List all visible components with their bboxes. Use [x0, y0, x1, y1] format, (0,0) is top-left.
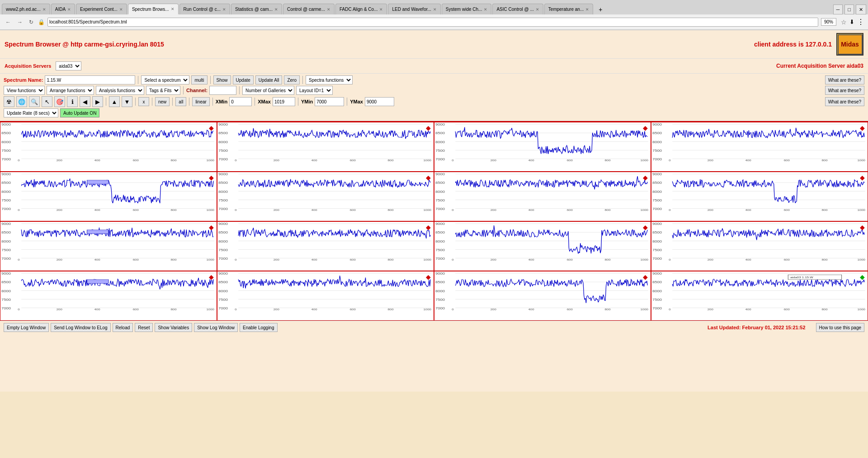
ymin-input[interactable] [315, 97, 344, 106]
what-are-these-1-button[interactable]: What are these? [825, 75, 864, 84]
view-functions-dropdown[interactable]: View functions [4, 86, 45, 95]
close-icon[interactable]: ✕ [327, 7, 330, 12]
star-icon[interactable]: ☆ [841, 19, 847, 26]
chart-cell-14[interactable]: ◆9000850080007500700002004006008001000 [434, 271, 651, 321]
close-icon[interactable]: ✕ [42, 7, 46, 12]
chart-cell-6[interactable]: ◆9000850080007500700002004006008001000 [434, 172, 651, 221]
x-button[interactable]: x [138, 97, 149, 106]
close-icon[interactable]: ✕ [222, 7, 226, 12]
tab-experiment[interactable]: Experiment Cont...✕ [76, 4, 127, 14]
chart-cell-2[interactable]: ◆9000850080007500700002004006008001000 [434, 122, 651, 172]
arrow-right-button[interactable]: ▶ [92, 96, 103, 107]
chart-cell-3[interactable]: ◆9000850080007500700002004006008001000 [651, 122, 868, 172]
reset-button[interactable]: Reset [135, 323, 153, 332]
tab-syswide[interactable]: System wide Ch...✕ [442, 4, 492, 14]
enable-logging-button[interactable]: Enable Logging [240, 323, 278, 332]
forward-button[interactable]: → [15, 18, 24, 27]
close-icon[interactable]: ✕ [379, 7, 383, 12]
analysis-functions-dropdown[interactable]: Analysis functions [96, 86, 144, 95]
number-of-galleries-dropdown[interactable]: Number of Galleries [242, 86, 294, 95]
close-icon[interactable]: ✕ [484, 7, 487, 12]
send-log-button[interactable]: Send Log Window to ELog [51, 323, 110, 332]
svg-text:800: 800 [170, 159, 176, 162]
close-icon[interactable]: ✕ [585, 7, 589, 12]
close-icon[interactable]: ✕ [433, 7, 437, 12]
chart-cell-15[interactable]: ◆9000850080007500700002004006008001000ai… [651, 271, 868, 321]
select-spectrum-dropdown[interactable]: Select a spectrum [141, 75, 189, 84]
arrow-down-button[interactable]: ▼ [122, 96, 132, 107]
chart-cell-4[interactable]: ◆9000850080007500700002004006008001000 [0, 172, 217, 221]
update-all-button[interactable]: Update All [255, 75, 283, 84]
cursor-icon-button[interactable]: ↖ [42, 96, 52, 107]
update-rate-dropdown[interactable]: Update Rate (8 secs) [4, 108, 58, 117]
show-log-button[interactable]: Show Log Window [194, 323, 238, 332]
close-icon[interactable]: ✕ [536, 7, 539, 12]
update-button[interactable]: Update [233, 75, 254, 84]
chart-cell-8[interactable]: ◆9000850080007500700002004006008001000 [0, 221, 217, 271]
new-button[interactable]: new [155, 97, 170, 106]
reload-button[interactable]: ↻ [27, 18, 35, 27]
layout-id-dropdown[interactable]: Layout ID=1 [296, 86, 333, 95]
tab-statistics[interactable]: Statistics @ cam...✕ [231, 4, 282, 14]
close-icon[interactable]: ✕ [119, 7, 123, 12]
chart-cell-10[interactable]: ◆9000850080007500700002004006008001000 [434, 221, 651, 271]
radiation-icon-button[interactable]: ☢ [4, 96, 14, 107]
spectrum-name-input[interactable] [45, 75, 135, 84]
channel-input[interactable] [209, 86, 236, 95]
tab-temperature[interactable]: Temperature an...✕ [544, 4, 593, 14]
url-input[interactable] [47, 18, 818, 27]
menu-icon[interactable]: ⋮ [857, 18, 864, 26]
xmax-input[interactable] [273, 97, 295, 106]
globe-icon-button[interactable]: 🌐 [16, 96, 27, 107]
xmin-input[interactable] [229, 97, 252, 106]
chart-cell-1[interactable]: ◆9000850080007500700002004006008001000 [217, 122, 434, 172]
show-button[interactable]: Show [213, 75, 231, 84]
zoom-icon-button[interactable]: 🔍 [29, 96, 40, 107]
tab-runcontrol[interactable]: Run Control @ c...✕ [179, 4, 230, 14]
show-variables-button[interactable]: Show Variables [155, 323, 192, 332]
tab-led[interactable]: LED and Wavefor...✕ [388, 4, 440, 14]
close-icon[interactable]: ✕ [274, 7, 278, 12]
back-button[interactable]: ← [4, 18, 13, 27]
tab-fadc[interactable]: FADC Align & Co...✕ [335, 4, 387, 14]
tab-www2[interactable]: www2.ph.ed.ac...✕ [2, 4, 50, 14]
auto-update-button[interactable]: Auto Update ON [60, 108, 99, 117]
zero-button[interactable]: Zero [284, 75, 300, 84]
what-are-these-2-button[interactable]: What are these? [825, 86, 864, 95]
what-are-these-3-button[interactable]: What are these? [825, 97, 864, 106]
target-icon-button[interactable]: 🎯 [54, 96, 65, 107]
chart-cell-0[interactable]: ◆9000850080007500700002004006008001000 [0, 122, 217, 172]
chart-cell-9[interactable]: ◆9000850080007500700002004006008001000 [217, 221, 434, 271]
chart-cell-13[interactable]: ◆9000850080007500700002004006008001000 [217, 271, 434, 321]
ymin-label: YMin [301, 99, 313, 104]
close-icon[interactable]: ✕ [171, 7, 175, 11]
new-tab-button[interactable]: + [596, 5, 605, 14]
close-icon[interactable]: ✕ [67, 7, 71, 12]
multi-button[interactable]: multi [191, 75, 207, 84]
chart-cell-11[interactable]: ◆9000850080007500700002004006008001000 [651, 221, 868, 271]
linear-button[interactable]: linear [192, 97, 209, 106]
minimize-button[interactable]: ─ [833, 5, 843, 14]
tab-aida[interactable]: AIDA✕ [51, 4, 75, 14]
tab-spectrum[interactable]: Spectrum Brows...✕ [128, 4, 179, 14]
reload-page-button[interactable]: Reload [113, 323, 133, 332]
close-window-button[interactable]: ✕ [856, 5, 866, 14]
tab-control[interactable]: Control @ carme...✕ [283, 4, 335, 14]
all-button[interactable]: all [175, 97, 186, 106]
ymax-input[interactable] [365, 97, 394, 106]
arrow-left-button[interactable]: ◀ [80, 96, 90, 107]
arrange-functions-dropdown[interactable]: Arrange functions [47, 86, 94, 95]
empty-log-button[interactable]: Empty Log Window [4, 323, 49, 332]
how-to-use-button[interactable]: How to use this page [816, 323, 864, 332]
spectra-functions-dropdown[interactable]: Spectra functions [306, 75, 353, 84]
chart-cell-12[interactable]: ◆9000850080007500700002004006008001000 [0, 271, 217, 321]
chart-cell-5[interactable]: ◆9000850080007500700002004006008001000 [217, 172, 434, 221]
info-icon-button[interactable]: ℹ [67, 96, 78, 107]
arrow-up-button[interactable]: ▲ [109, 96, 120, 107]
tags-fits-dropdown[interactable]: Tags & Fits [146, 86, 180, 95]
maximize-button[interactable]: □ [844, 5, 854, 14]
tab-asic[interactable]: ASIC Control @ ...✕ [492, 4, 543, 14]
chart-cell-7[interactable]: ◆9000850080007500700002004006008001000 [651, 172, 868, 221]
acq-server-select[interactable]: aida03 [56, 61, 81, 70]
download-icon[interactable]: ⬇ [849, 19, 854, 25]
